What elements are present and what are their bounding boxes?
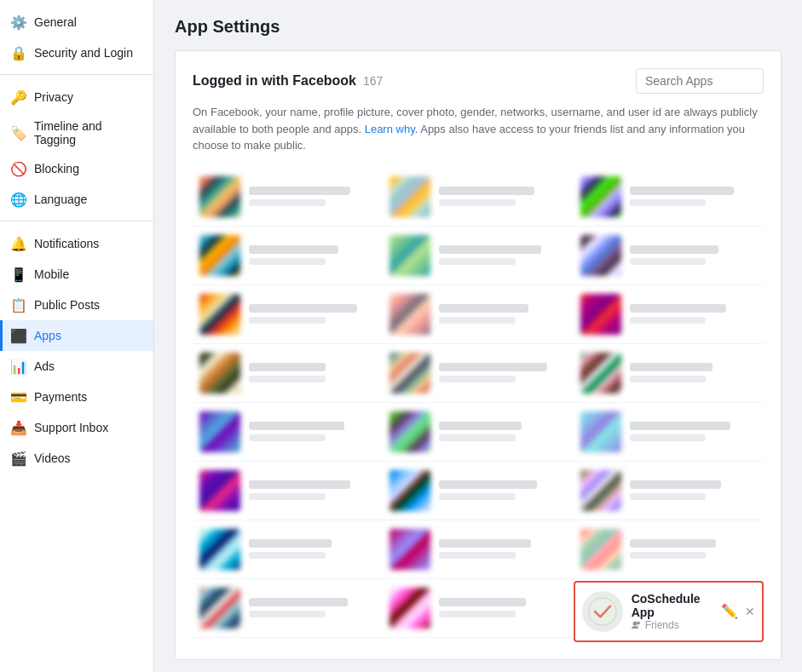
app-info bbox=[630, 363, 757, 382]
featured-app-sub-label: Friends bbox=[645, 619, 679, 631]
list-item[interactable] bbox=[574, 344, 764, 403]
app-name-bar bbox=[249, 598, 348, 606]
privacy-icon: 🔑 bbox=[10, 89, 27, 106]
sidebar-item-ads[interactable]: 📊 Ads bbox=[0, 351, 153, 382]
list-item[interactable] bbox=[574, 462, 764, 520]
app-icon bbox=[199, 294, 240, 335]
app-name-bar bbox=[630, 539, 717, 548]
app-sub-bar bbox=[630, 552, 707, 559]
app-name-bar bbox=[630, 187, 734, 195]
list-item[interactable] bbox=[193, 520, 383, 579]
sidebar-item-public-posts[interactable]: 📋 Public Posts bbox=[0, 290, 153, 320]
list-item[interactable] bbox=[193, 403, 383, 462]
sidebar-item-security-login[interactable]: 🔒 Security and Login bbox=[0, 37, 153, 68]
app-sub-bar bbox=[630, 434, 707, 441]
sidebar-item-support-inbox[interactable]: 📥 Support Inbox bbox=[0, 412, 153, 443]
info-text: On Facebook, your name, profile picture,… bbox=[193, 104, 764, 154]
list-item[interactable] bbox=[193, 344, 383, 403]
app-name-bar bbox=[249, 539, 332, 548]
app-sub-bar bbox=[630, 317, 707, 324]
list-item[interactable] bbox=[383, 227, 573, 285]
sidebar-item-videos[interactable]: 🎬 Videos bbox=[0, 443, 153, 474]
app-column-1 bbox=[193, 168, 383, 642]
app-name-bar bbox=[249, 304, 357, 313]
app-sub-bar bbox=[439, 552, 516, 559]
list-item[interactable] bbox=[193, 168, 383, 227]
app-icon bbox=[389, 294, 430, 335]
sidebar-item-notifications[interactable]: 🔔 Notifications bbox=[0, 228, 153, 259]
sidebar-item-language[interactable]: 🌐 Language bbox=[0, 184, 153, 215]
card-header-left: Logged in with Facebook 167 bbox=[193, 73, 383, 89]
sidebar-item-payments[interactable]: 💳 Payments bbox=[0, 382, 153, 412]
sidebar-label-mobile: Mobile bbox=[34, 267, 69, 281]
list-item[interactable] bbox=[574, 403, 764, 462]
support-inbox-icon: 📥 bbox=[10, 419, 27, 436]
app-name-bar bbox=[439, 480, 537, 489]
sidebar-label-privacy: Privacy bbox=[34, 90, 73, 104]
app-name-bar bbox=[630, 363, 713, 371]
edit-app-button[interactable]: ✏️ bbox=[721, 603, 738, 619]
app-sub-bar bbox=[630, 376, 707, 382]
app-sub-bar bbox=[249, 552, 326, 559]
app-sub-bar bbox=[439, 493, 516, 500]
list-item[interactable] bbox=[574, 168, 764, 227]
app-info bbox=[439, 539, 566, 559]
remove-app-button[interactable]: ✕ bbox=[745, 605, 755, 618]
search-input[interactable] bbox=[636, 68, 764, 94]
sidebar-item-mobile[interactable]: 📱 Mobile bbox=[0, 259, 153, 290]
app-icon bbox=[199, 176, 240, 217]
app-icon bbox=[389, 176, 430, 217]
list-item[interactable] bbox=[574, 227, 764, 285]
logged-in-title: Logged in with Facebook bbox=[193, 73, 356, 89]
sidebar-label-security-login: Security and Login bbox=[34, 46, 133, 60]
app-sub-bar bbox=[439, 434, 516, 441]
list-item[interactable] bbox=[383, 462, 573, 520]
app-info bbox=[249, 363, 376, 382]
app-name-bar bbox=[439, 598, 526, 606]
app-sub-bar bbox=[249, 611, 326, 617]
list-item[interactable] bbox=[574, 285, 764, 344]
sidebar-item-timeline-tagging[interactable]: 🏷️ Timeline and Tagging bbox=[0, 112, 153, 153]
security-icon: 🔒 bbox=[10, 44, 27, 61]
list-item[interactable] bbox=[383, 168, 573, 227]
learn-why-link[interactable]: Learn why. bbox=[365, 123, 418, 135]
list-item[interactable] bbox=[383, 285, 573, 344]
sidebar-item-blocking[interactable]: 🚫 Blocking bbox=[0, 153, 153, 184]
app-sub-bar bbox=[249, 258, 326, 265]
list-item[interactable] bbox=[574, 520, 764, 579]
list-item[interactable] bbox=[193, 285, 383, 344]
app-icon bbox=[199, 353, 240, 393]
notifications-icon: 🔔 bbox=[10, 235, 27, 252]
list-item[interactable] bbox=[193, 579, 383, 638]
list-item[interactable] bbox=[383, 579, 573, 638]
list-item[interactable] bbox=[193, 227, 383, 285]
list-item[interactable] bbox=[383, 344, 573, 403]
app-info bbox=[439, 187, 566, 206]
app-icon bbox=[580, 411, 621, 452]
sidebar-label-ads: Ads bbox=[34, 359, 55, 373]
coschedule-app-item[interactable]: CoSchedule App Friends ✏️ ✕ bbox=[574, 581, 764, 642]
app-sub-bar bbox=[249, 434, 326, 441]
app-info bbox=[249, 245, 376, 265]
app-info bbox=[630, 304, 757, 324]
app-info bbox=[439, 304, 566, 324]
sidebar-label-notifications: Notifications bbox=[34, 237, 99, 250]
app-sub-bar bbox=[630, 258, 707, 265]
videos-icon: 🎬 bbox=[10, 450, 27, 467]
app-name-bar bbox=[249, 245, 338, 254]
list-item[interactable] bbox=[383, 520, 573, 579]
app-sub-bar bbox=[439, 611, 516, 617]
app-sub-bar bbox=[630, 199, 707, 206]
app-name-bar bbox=[249, 422, 344, 430]
coschedule-app-icon bbox=[582, 591, 623, 632]
sidebar-item-apps[interactable]: ⬛ Apps bbox=[0, 320, 153, 351]
app-count: 167 bbox=[363, 74, 383, 88]
app-info bbox=[630, 187, 757, 206]
sidebar-item-privacy[interactable]: 🔑 Privacy bbox=[0, 82, 153, 112]
friends-icon bbox=[632, 620, 642, 630]
app-name-bar bbox=[630, 422, 730, 430]
list-item[interactable] bbox=[193, 462, 383, 520]
list-item[interactable] bbox=[383, 403, 573, 462]
featured-app-sub: Friends bbox=[632, 619, 713, 631]
sidebar-item-general[interactable]: ⚙️ General bbox=[0, 7, 153, 37]
